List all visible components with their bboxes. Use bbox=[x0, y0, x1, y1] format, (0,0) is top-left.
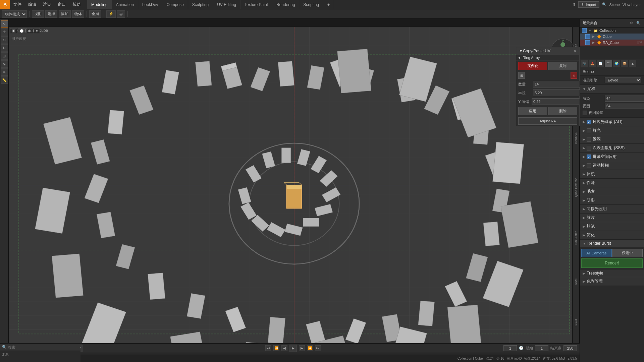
prev-keyframe-btn[interactable]: ⏪ bbox=[273, 345, 279, 351]
menu-file[interactable]: 文件 bbox=[10, 0, 25, 9]
tab-compose[interactable]: Compose bbox=[162, 0, 188, 9]
tab-uv-editing[interactable]: UV Editing bbox=[213, 0, 240, 9]
rotate-tool[interactable]: ↻ bbox=[1, 44, 8, 52]
prop-tab-scene[interactable]: 🎬 bbox=[605, 60, 612, 67]
measure-tool[interactable]: 📏 bbox=[1, 76, 8, 84]
panel-collapse-icon[interactable]: ▼ bbox=[519, 49, 523, 53]
nav-object[interactable]: 物体 bbox=[72, 10, 84, 18]
wax-header[interactable]: ▶ 蜡笔 bbox=[580, 222, 644, 231]
box-cutter-label[interactable]: BoxCutter bbox=[574, 230, 578, 246]
outliner-item-cube[interactable]: ▶ 🔶 Cube bbox=[580, 34, 644, 40]
gizmo-dot-y[interactable] bbox=[560, 42, 565, 47]
outliner-filter-icon[interactable]: ⚙ bbox=[628, 20, 634, 26]
quad-remesh-label[interactable]: Quad Remesh bbox=[574, 176, 578, 198]
viewport-shading-solid[interactable]: ⬤ bbox=[18, 28, 25, 33]
end-frame-input[interactable] bbox=[564, 345, 577, 351]
render-burst-header[interactable]: ▼ Render Burst bbox=[580, 240, 644, 247]
object-mode-select[interactable]: 物体模式 bbox=[2, 10, 27, 18]
next-keyframe-btn[interactable]: ⏩ bbox=[307, 345, 313, 351]
menu-help[interactable]: 帮助 bbox=[69, 0, 84, 9]
menu-window[interactable]: 窗口 bbox=[54, 0, 69, 9]
ao-section-header[interactable]: ▶ ✓ 环境光遮蔽 (AO) bbox=[580, 118, 644, 126]
volumetrics-header[interactable]: ▶ 体积 bbox=[580, 170, 644, 179]
viewport-shading-lookdev[interactable]: ◐ bbox=[26, 28, 33, 33]
select-tool[interactable]: ↖ bbox=[1, 20, 8, 27]
outliner-search-icon[interactable]: 🔍 bbox=[635, 20, 641, 26]
motion-blur-checkbox[interactable] bbox=[587, 163, 591, 168]
cube-expand[interactable]: ▶ bbox=[591, 35, 595, 39]
nav-add[interactable]: 添加 bbox=[59, 10, 71, 18]
copy-button[interactable]: 复制 bbox=[548, 62, 577, 70]
x-icon-panel[interactable]: ✕ bbox=[571, 72, 577, 79]
move-tool[interactable]: ⊕ bbox=[1, 36, 8, 44]
view-samples-input[interactable] bbox=[605, 103, 644, 109]
scale-tool[interactable]: ⊞ bbox=[1, 52, 8, 60]
menu-render[interactable]: 渲染 bbox=[40, 0, 54, 9]
render-button[interactable]: Render! bbox=[581, 258, 643, 268]
prop-tab-world[interactable]: 🌍 bbox=[613, 60, 620, 67]
prop-tab-view-layer[interactable]: 📄 bbox=[597, 60, 604, 67]
import-button[interactable]: ⬇ Import bbox=[578, 1, 599, 8]
sss-checkbox[interactable] bbox=[587, 146, 591, 150]
collection-expand[interactable]: ▼ bbox=[588, 28, 592, 33]
viewport-shading-wireframe[interactable]: ▣ bbox=[10, 28, 17, 33]
proportional-toggle[interactable]: ◎ bbox=[117, 10, 125, 18]
hair-header[interactable]: ▶ 毛发 bbox=[580, 187, 644, 196]
ra-cube-visibility-checkbox[interactable] bbox=[585, 40, 590, 45]
y-offset-input[interactable] bbox=[532, 98, 580, 105]
ao-checkbox[interactable]: ✓ bbox=[587, 120, 591, 124]
grid-icon[interactable]: ⊞ bbox=[518, 72, 525, 79]
delete-button[interactable]: 删除 bbox=[548, 107, 577, 115]
color-mgmt-header[interactable]: ▶ 色彩管理 bbox=[580, 277, 644, 286]
prev-frame-btn[interactable]: ◀ bbox=[281, 345, 287, 351]
transform-tool[interactable]: ⊗ bbox=[1, 60, 8, 68]
bloom-checkbox[interactable] bbox=[587, 128, 591, 133]
render-samples-input[interactable] bbox=[605, 96, 644, 102]
viewport-shading-render[interactable]: ● bbox=[34, 28, 40, 33]
screen-refl-header[interactable]: ▶ ✓ 屏幕空间反射 bbox=[580, 153, 644, 161]
tab-rendering[interactable]: Rendering bbox=[272, 0, 299, 9]
tab-scripting[interactable]: Scripting bbox=[299, 0, 323, 9]
tab-lookdev[interactable]: LookDev bbox=[138, 0, 162, 9]
viewport-denoise-checkbox[interactable] bbox=[583, 111, 587, 115]
radius-input[interactable] bbox=[533, 89, 580, 96]
panel-close-icon[interactable]: ✕ bbox=[573, 49, 577, 53]
tab-add[interactable]: + bbox=[323, 0, 334, 9]
film-header[interactable]: ▶ 胶片 bbox=[580, 214, 644, 222]
sss-section-header[interactable]: ▶ 次表面散射 (SSS) bbox=[580, 144, 644, 153]
menu-edit[interactable]: 编辑 bbox=[25, 0, 40, 9]
cube-visibility-checkbox[interactable] bbox=[585, 34, 590, 39]
3d-viewport[interactable]: (1) Collection | Cube 用户透视 ▣ ⬤ ◐ ● Y Z X bbox=[9, 27, 580, 343]
tab-animation[interactable]: Animation bbox=[112, 0, 138, 9]
ring-array-collapse[interactable]: ▼ bbox=[518, 56, 521, 60]
nav-select[interactable]: 选择 bbox=[45, 10, 57, 18]
b2ruvl-label[interactable]: B2RUVL bbox=[574, 131, 578, 145]
nav-view[interactable]: 视图 bbox=[32, 10, 44, 18]
ssgi-label[interactable]: SSGI bbox=[574, 318, 578, 328]
freestyle-header[interactable]: ▶ Freestyle bbox=[580, 269, 644, 277]
simplify-header[interactable]: ▶ 简化 bbox=[580, 231, 644, 240]
bloom-section-header[interactable]: ▶ 辉光 bbox=[580, 126, 644, 135]
performance-header[interactable]: ▶ 性能 bbox=[580, 179, 644, 187]
jump-start-btn[interactable]: ⏮ bbox=[265, 345, 271, 351]
active-only-button[interactable]: 仅选中 bbox=[612, 249, 643, 257]
indirect-lighting-header[interactable]: ▶ 间接光照明 bbox=[580, 205, 644, 214]
depth-checkbox[interactable] bbox=[587, 137, 591, 142]
prop-tab-object[interactable]: 📦 bbox=[621, 60, 628, 67]
global-local-toggle[interactable]: 全局 bbox=[89, 10, 101, 18]
depth-section-header[interactable]: ▶ 景深 bbox=[580, 135, 644, 144]
prop-tab-mesh[interactable]: ▲ bbox=[629, 60, 636, 67]
current-frame-input[interactable] bbox=[503, 345, 517, 351]
adjust-ra-button[interactable]: Adjust RA bbox=[518, 117, 577, 125]
count-input[interactable] bbox=[533, 81, 580, 87]
screen-refl-checkbox[interactable]: ✓ bbox=[587, 155, 591, 159]
play-btn[interactable]: ▶ bbox=[289, 345, 297, 352]
next-frame-btn[interactable]: ▶ bbox=[299, 345, 305, 351]
collection-visibility-checkbox[interactable] bbox=[582, 28, 587, 33]
instantiate-button[interactable]: 实例化 bbox=[518, 62, 547, 70]
sampling-section-header[interactable]: ▼ 采样 bbox=[580, 85, 644, 94]
start-frame-input[interactable] bbox=[535, 345, 548, 351]
annotate-tool[interactable]: ✏ bbox=[1, 68, 8, 76]
shadows-header[interactable]: ▶ 阴影 bbox=[580, 196, 644, 205]
render-engine-select[interactable]: Eevee bbox=[605, 77, 641, 83]
